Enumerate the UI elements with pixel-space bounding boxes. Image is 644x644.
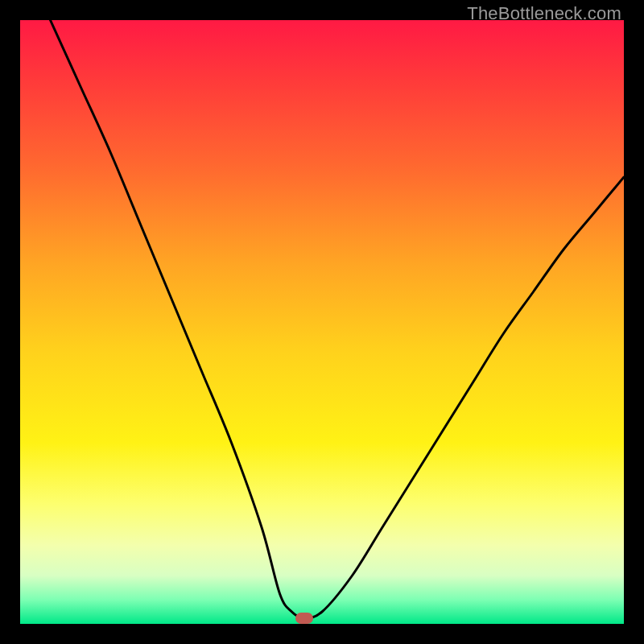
optimum-marker <box>295 613 313 624</box>
curve-svg <box>20 20 624 624</box>
plot-area <box>20 20 624 624</box>
chart-container: TheBottleneck.com <box>0 0 644 644</box>
bottleneck-curve <box>51 20 625 618</box>
